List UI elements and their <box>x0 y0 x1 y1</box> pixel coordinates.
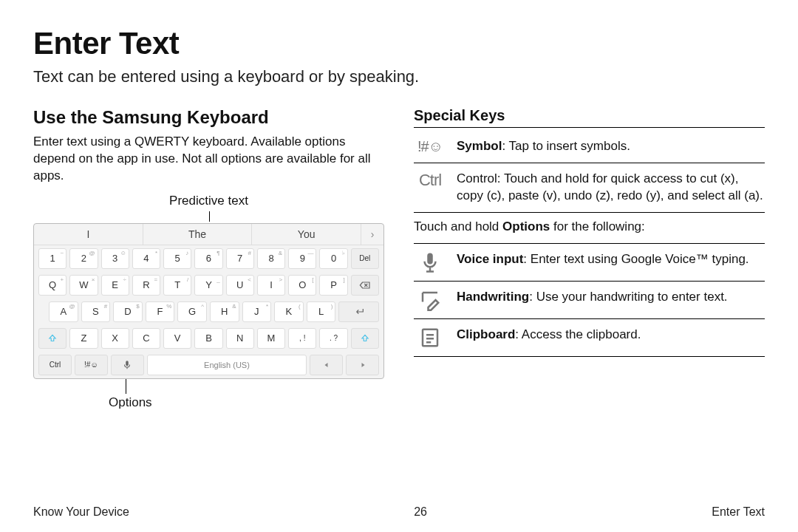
special-key-voice: Voice input: Enter text using Google Voi… <box>414 244 765 282</box>
page-subtitle: Text can be entered using a keyboard or … <box>33 67 765 86</box>
key-v: V <box>163 328 191 349</box>
key-enter <box>338 301 379 322</box>
special-keys-heading: Special Keys <box>414 107 765 128</box>
key-f: F% <box>146 301 175 322</box>
special-key-clipboard: Clipboard: Access the clipboard. <box>414 319 765 357</box>
key-ctrl: Ctrl <box>38 355 72 375</box>
key-q: Q+ <box>38 275 66 296</box>
key-4: 4* <box>132 248 160 269</box>
use-keyboard-body: Enter text using a QWERTY keyboard. Avai… <box>33 134 384 185</box>
key-del: Del <box>351 248 379 269</box>
key-c: C <box>132 328 160 349</box>
predictive-item: I <box>34 224 143 245</box>
callout-options: Options <box>109 395 152 410</box>
key-x: X <box>101 328 129 349</box>
left-column: Use the Samsung Keyboard Enter text usin… <box>33 107 384 413</box>
key-6: 6¶ <box>194 248 222 269</box>
key-5: 5♪ <box>163 248 191 269</box>
key-u: U< <box>226 275 254 296</box>
key-arrow-right <box>346 355 379 375</box>
special-key-symbol: !#☺ Symbol: Tap to insert symbols. <box>414 131 765 163</box>
microphone-icon <box>122 360 132 370</box>
special-key-handwriting: Handwriting: Use your handwriting to ent… <box>414 282 765 319</box>
key-t: T/ <box>163 275 191 296</box>
microphone-icon <box>414 251 446 273</box>
triangle-left-icon <box>322 361 331 369</box>
keyboard-illustration: I The You › 1~ 2@ 3☺ 4* 5♪ 6¶ 7# 8& 9— 0… <box>33 223 384 379</box>
page-footer: Know Your Device 26 Enter Text <box>33 505 765 519</box>
key-m: M <box>257 328 285 349</box>
predictive-row: I The You › <box>34 224 383 245</box>
predictive-item: The <box>143 224 253 245</box>
key-8: 8& <box>257 248 285 269</box>
predictive-more: › <box>361 224 383 245</box>
triangle-right-icon <box>358 361 367 369</box>
footer-page-number: 26 <box>414 505 427 519</box>
key-r: R= <box>132 275 160 296</box>
predictive-item: You <box>252 224 361 245</box>
callout-line-bottom <box>126 379 126 394</box>
key-period: . ? <box>319 328 347 349</box>
key-0: 0♭ <box>319 248 347 269</box>
enter-icon <box>352 306 366 318</box>
use-keyboard-heading: Use the Samsung Keyboard <box>33 107 384 128</box>
key-b: B <box>194 328 222 349</box>
footer-left: Know Your Device <box>33 505 129 519</box>
right-column: Special Keys !#☺ Symbol: Tap to insert s… <box>414 107 765 413</box>
key-symbols: !#☺ <box>75 355 108 375</box>
key-d: D$ <box>113 301 143 322</box>
special-key-control: Ctrl Control: Touch and hold for quick a… <box>414 163 765 213</box>
callout-predictive-text: Predictive text <box>169 194 248 208</box>
key-comma: , ! <box>288 328 316 349</box>
key-p: P] <box>319 275 347 296</box>
key-w: W× <box>69 275 98 296</box>
key-j: J* <box>242 301 272 322</box>
symbol-icon: !#☺ <box>414 138 446 155</box>
key-g: G^ <box>177 301 207 322</box>
key-i: I> <box>257 275 285 296</box>
footer-right: Enter Text <box>712 505 765 519</box>
key-n: N <box>226 328 254 349</box>
backspace-icon <box>359 279 371 291</box>
key-arrow-left <box>310 355 343 375</box>
page-title: Enter Text <box>33 26 765 61</box>
key-backspace <box>351 275 379 296</box>
key-o: O[ <box>288 275 316 296</box>
callout-line-top <box>209 211 210 222</box>
key-y: Y_ <box>194 275 222 296</box>
key-e: E÷ <box>101 275 129 296</box>
key-s: S# <box>81 301 111 322</box>
key-space: English (US) <box>147 355 307 375</box>
key-l: L) <box>307 301 336 322</box>
key-z: Z <box>69 328 98 349</box>
key-a: A@ <box>49 301 78 322</box>
shift-icon <box>47 333 58 344</box>
key-9: 9— <box>288 248 316 269</box>
ctrl-icon: Ctrl <box>414 171 446 190</box>
key-3: 3☺ <box>101 248 129 269</box>
handwriting-icon <box>414 289 446 311</box>
key-k: K( <box>274 301 304 322</box>
clipboard-icon <box>414 327 446 349</box>
key-shift-right <box>351 328 379 349</box>
key-1: 1~ <box>38 248 66 269</box>
key-h: H& <box>210 301 239 322</box>
key-7: 7# <box>226 248 254 269</box>
options-intro: Touch and hold Options for the following… <box>414 213 765 244</box>
key-2: 2@ <box>69 248 98 269</box>
key-options-mic <box>111 355 144 375</box>
key-shift-left <box>38 328 66 349</box>
shift-icon <box>360 333 370 344</box>
